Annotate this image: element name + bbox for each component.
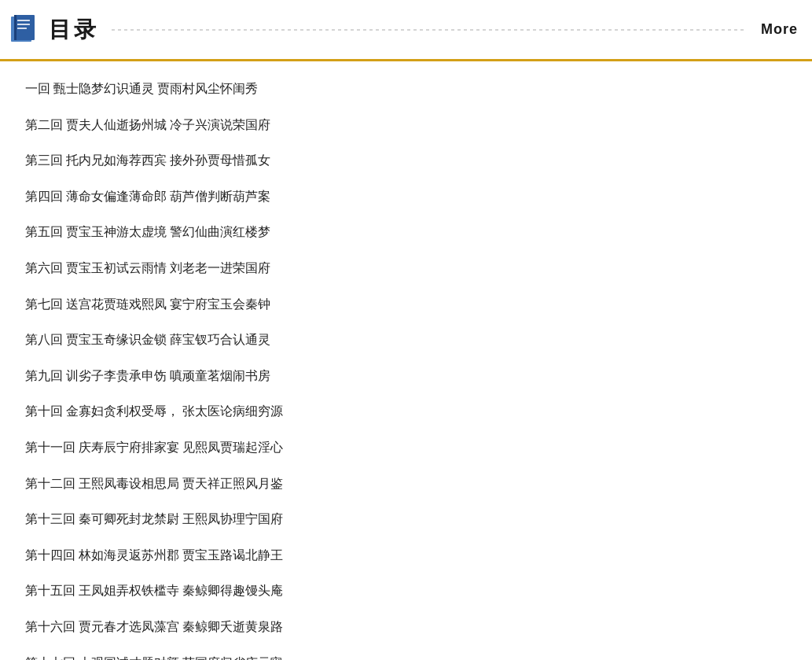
header-divider (112, 29, 744, 31)
toc-item-link[interactable]: 一回 甄士隐梦幻识通灵 贾雨村风尘怀闺秀 (25, 82, 258, 95)
toc-item-link[interactable]: 第十六回 贾元春才选凤藻宫 秦鲸卿夭逝黄泉路 (25, 620, 283, 633)
toc-item[interactable]: 第十五回 王凤姐弄权铁槛寺 秦鲸卿得趣馒头庵 (25, 573, 787, 609)
svg-rect-3 (17, 24, 30, 25)
header-left: 目录 (9, 13, 99, 46)
toc-item-link[interactable]: 第十五回 王凤姐弄权铁槛寺 秦鲸卿得趣馒头庵 (25, 584, 283, 597)
toc-item-link[interactable]: 第十一回 庆寿辰宁府排家宴 见熙凤贾瑞起淫心 (25, 441, 283, 454)
toc-item-link[interactable]: 第四回 薄命女偏逢薄命郎 葫芦僧判断葫芦案 (25, 190, 270, 203)
toc-item[interactable]: 第九回 训劣子李贵承申饬 嗔顽童茗烟闹书房 (25, 358, 787, 394)
book-icon (9, 13, 41, 46)
toc-item[interactable]: 第十七回 大观园试才题对额 荣国府归省庆元宵 (25, 645, 787, 661)
toc-item-link[interactable]: 第十回 金寡妇贪利权受辱， 张太医论病细穷源 (25, 404, 283, 418)
toc-item-link[interactable]: 第八回 贾宝玉奇缘识金锁 薛宝钗巧合认通灵 (25, 333, 270, 346)
toc-item-link[interactable]: 第二回 贾夫人仙逝扬州城 冷子兴演说荣国府 (25, 118, 270, 131)
toc-item[interactable]: 第十二回 王熙凤毒设相思局 贾天祥正照风月鉴 (25, 466, 787, 502)
toc-item-link[interactable]: 第六回 贾宝玉初试云雨情 刘老老一进荣国府 (25, 261, 270, 275)
toc-item[interactable]: 第十六回 贾元春才选凤藻宫 秦鲸卿夭逝黄泉路 (25, 609, 787, 645)
toc-item-link[interactable]: 第十三回 秦可卿死封龙禁尉 王熙凤协理宁国府 (25, 512, 283, 525)
toc-item[interactable]: 第十回 金寡妇贪利权受辱， 张太医论病细穷源 (25, 393, 787, 430)
toc-item[interactable]: 第五回 贾宝玉神游太虚境 警幻仙曲演红楼梦 (25, 214, 787, 250)
toc-item-link[interactable]: 第九回 训劣子李贵承申饬 嗔顽童茗烟闹书房 (25, 369, 270, 382)
toc-item[interactable]: 第二回 贾夫人仙逝扬州城 冷子兴演说荣国府 (25, 107, 787, 143)
toc-content: 一回 甄士隐梦幻识通灵 贾雨村风尘怀闺秀第二回 贾夫人仙逝扬州城 冷子兴演说荣国… (0, 61, 812, 660)
svg-rect-4 (17, 28, 27, 29)
toc-item[interactable]: 第十四回 林如海灵返苏州郡 贾宝玉路谒北静王 (25, 537, 787, 573)
toc-item[interactable]: 第四回 薄命女偏逢薄命郎 葫芦僧判断葫芦案 (25, 179, 787, 215)
toc-item-link[interactable]: 第十七回 大观园试才题对额 荣国府归省庆元宵 (25, 656, 283, 661)
toc-item[interactable]: 第三回 托内兄如海荐西宾 接外孙贾母惜孤女 (25, 142, 787, 179)
toc-item-link[interactable]: 第三回 托内兄如海荐西宾 接外孙贾母惜孤女 (25, 153, 270, 167)
toc-item[interactable]: 第七回 送宫花贾琏戏熙凤 宴宁府宝玉会秦钟 (25, 286, 787, 323)
toc-item-link[interactable]: 第十二回 王熙凤毒设相思局 贾天祥正照风月鉴 (25, 477, 283, 490)
toc-item[interactable]: 一回 甄士隐梦幻识通灵 贾雨村风尘怀闺秀 (25, 71, 787, 107)
toc-item[interactable]: 第十一回 庆寿辰宁府排家宴 见熙凤贾瑞起淫心 (25, 430, 787, 466)
toc-item-link[interactable]: 第十四回 林如海灵返苏州郡 贾宝玉路谒北静王 (25, 548, 283, 562)
svg-rect-2 (17, 20, 30, 21)
page-header: 目录 More (0, 0, 812, 61)
svg-rect-5 (14, 15, 17, 40)
toc-item-link[interactable]: 第五回 贾宝玉神游太虚境 警幻仙曲演红楼梦 (25, 225, 270, 238)
more-button[interactable]: More (756, 20, 803, 39)
toc-item[interactable]: 第六回 贾宝玉初试云雨情 刘老老一进荣国府 (25, 250, 787, 286)
header-title: 目录 (49, 15, 99, 45)
toc-item[interactable]: 第八回 贾宝玉奇缘识金锁 薛宝钗巧合认通灵 (25, 322, 787, 358)
toc-item[interactable]: 第十三回 秦可卿死封龙禁尉 王熙凤协理宁国府 (25, 501, 787, 537)
toc-item-link[interactable]: 第七回 送宫花贾琏戏熙凤 宴宁府宝玉会秦钟 (25, 297, 270, 311)
